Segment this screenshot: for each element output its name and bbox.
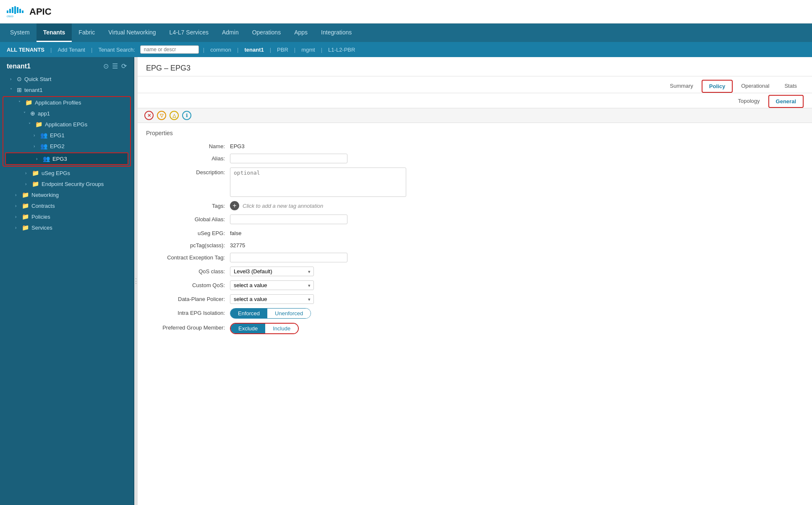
intra-epg-label: Intra EPG Isolation: (146, 308, 230, 316)
svg-rect-6 (22, 10, 23, 13)
tab-summary[interactable]: Summary (663, 80, 700, 93)
sidebar-header: tenant1 ⊙ ☰ ⟳ (0, 57, 133, 73)
tab-policy[interactable]: Policy (702, 80, 733, 93)
contract-exception-input[interactable] (230, 253, 347, 262)
nav-operations[interactable]: Operations (245, 24, 287, 42)
tenant-search-input[interactable] (140, 45, 199, 54)
tenant-bar: ALL TENANTS | Add Tenant | Tenant Search… (0, 42, 812, 57)
sidebar-item-useg-epgs[interactable]: › 📁 uSeg EPGs (0, 167, 133, 178)
sidebar-tree: › ⊙ Quick Start ˅ ⊞ tenant1 ˅ 📁 Applicat… (0, 73, 133, 240)
global-alias-input[interactable] (230, 215, 347, 224)
nav-apps[interactable]: Apps (287, 24, 314, 42)
nav-system[interactable]: System (3, 24, 37, 42)
folder-icon: 📁 (22, 224, 29, 231)
chevron-icon: › (10, 77, 15, 81)
sidebar-item-networking[interactable]: › 📁 Networking (0, 189, 133, 200)
intra-epg-enforced-button[interactable]: Enforced (230, 309, 267, 318)
sidebar-item-epg2[interactable]: › 👥 EPG2 (3, 141, 130, 152)
preferred-group-include-button[interactable]: Include (265, 324, 298, 333)
sidebar-item-label: Services (31, 225, 130, 231)
sidebar-icon-list[interactable]: ☰ (112, 62, 118, 70)
epg3-row[interactable]: › 👥 EPG3 (6, 153, 128, 164)
tenant-link-common[interactable]: common (209, 47, 233, 53)
sidebar-item-quickstart[interactable]: › ⊙ Quick Start (0, 73, 133, 84)
sidebar-item-app1[interactable]: ˅ ⊕ app1 (3, 108, 130, 119)
sidebar-item-policies[interactable]: › 📁 Policies (0, 211, 133, 222)
tenant-link-l1l2pbr[interactable]: L1-L2-PBR (326, 47, 357, 53)
folder-icon: 📁 (32, 170, 39, 176)
chevron-icon: ˅ (10, 88, 15, 92)
description-label: Description: (146, 167, 230, 175)
sidebar-item-label: tenant1 (24, 87, 130, 93)
chevron-icon: › (34, 133, 39, 138)
tenant-link-tenant1[interactable]: tenant1 (243, 47, 265, 53)
add-tenant-link[interactable]: Add Tenant (56, 47, 87, 53)
status-warning-icon[interactable]: ▽ (157, 111, 166, 120)
application-profiles-group: ˅ 📁 Application Profiles ˅ ⊕ app1 ˅ 📁 Ap… (3, 96, 131, 167)
sidebar-item-services[interactable]: › 📁 Services (0, 222, 133, 233)
chevron-icon: › (15, 225, 20, 230)
tenant-icon: ⊞ (17, 86, 22, 93)
resize-handle[interactable]: ⋮ (134, 57, 138, 505)
tab-general[interactable]: General (768, 95, 804, 108)
sidebar-item-label: uSeg EPGs (42, 170, 130, 176)
nav-admin[interactable]: Admin (215, 24, 245, 42)
svg-rect-5 (19, 9, 21, 13)
qos-class-select[interactable]: Level3 (Default) Level1 Level2 Level4 Le… (230, 267, 314, 276)
tags-hint: Click to add a new tag annotation (243, 203, 323, 209)
sidebar-item-application-epgs[interactable]: ˅ 📁 Application EPGs (3, 119, 130, 130)
custom-qos-select-wrapper: select a value (230, 280, 314, 290)
tab-topology[interactable]: Topology (731, 95, 767, 108)
tab-stats[interactable]: Stats (778, 80, 804, 93)
cisco-logo-icon: cisco (7, 5, 25, 18)
description-row: Description: (146, 167, 804, 197)
tab-operational[interactable]: Operational (734, 80, 776, 93)
content-area: EPG – EPG3 Summary Policy Operational St… (138, 57, 812, 505)
chevron-icon: › (34, 144, 39, 149)
folder-icon: 📁 (32, 181, 39, 187)
sidebar-item-contracts[interactable]: › 📁 Contracts (0, 200, 133, 211)
name-row: Name: EPG3 (146, 141, 804, 149)
nav-virtual-networking[interactable]: Virtual Networking (102, 24, 162, 42)
custom-qos-select[interactable]: select a value (230, 280, 314, 290)
all-tenants-link[interactable]: ALL TENANTS (5, 47, 46, 53)
nav-l4l7[interactable]: L4-L7 Services (163, 24, 215, 42)
preferred-group-exclude-button[interactable]: Exclude (231, 324, 265, 333)
intra-epg-unenforced-button[interactable]: Unenforced (267, 309, 311, 318)
svg-text:cisco: cisco (7, 15, 13, 18)
status-caution-icon[interactable]: △ (170, 111, 179, 120)
nav-tenants[interactable]: Tenants (37, 24, 72, 42)
nav-fabric[interactable]: Fabric (72, 24, 102, 42)
sidebar-item-tenant1[interactable]: ˅ ⊞ tenant1 (0, 84, 133, 95)
data-plane-label: Data-Plane Policer: (146, 294, 230, 302)
preferred-group-row: Preferred Group Member: Exclude Include (146, 323, 804, 334)
chevron-icon: › (15, 193, 20, 197)
tenant-link-mgmt[interactable]: mgmt (300, 47, 317, 53)
epg-icon: 👥 (43, 155, 50, 162)
add-tag-button[interactable]: + (230, 201, 239, 210)
tenant-link-pbr[interactable]: PBR (275, 47, 290, 53)
nav-integrations[interactable]: Integrations (314, 24, 358, 42)
status-error-icon[interactable]: ✕ (144, 111, 154, 120)
alias-input[interactable] (230, 154, 347, 163)
status-info-icon[interactable]: ℹ (182, 111, 191, 120)
chevron-icon: › (15, 204, 20, 208)
sidebar-item-application-profiles[interactable]: ˅ 📁 Application Profiles (3, 97, 130, 108)
svg-rect-2 (12, 7, 13, 13)
intra-epg-row: Intra EPG Isolation: Enforced Unenforced (146, 308, 804, 319)
sidebar-item-label: Application Profiles (35, 99, 127, 106)
sidebar-icon-reset[interactable]: ⊙ (103, 62, 109, 70)
folder-icon: 📁 (22, 213, 29, 220)
data-plane-select[interactable]: select a value (230, 294, 314, 304)
intra-epg-toggle: Enforced Unenforced (230, 308, 311, 319)
chevron-icon: ˅ (29, 122, 34, 127)
sidebar-icon-refresh[interactable]: ⟳ (121, 62, 127, 70)
sidebar-item-endpoint-security-groups[interactable]: › 📁 Endpoint Security Groups (0, 178, 133, 189)
sidebar-item-epg3-selected[interactable]: › 👥 EPG3 (5, 152, 128, 165)
chevron-icon: › (36, 157, 41, 161)
global-alias-label: Global Alias: (146, 215, 230, 222)
description-textarea[interactable] (230, 167, 406, 197)
svg-rect-0 (7, 10, 8, 13)
sidebar-item-epg1[interactable]: › 👥 EPG1 (3, 130, 130, 141)
status-bar: ✕ ▽ △ ℹ (138, 108, 812, 123)
